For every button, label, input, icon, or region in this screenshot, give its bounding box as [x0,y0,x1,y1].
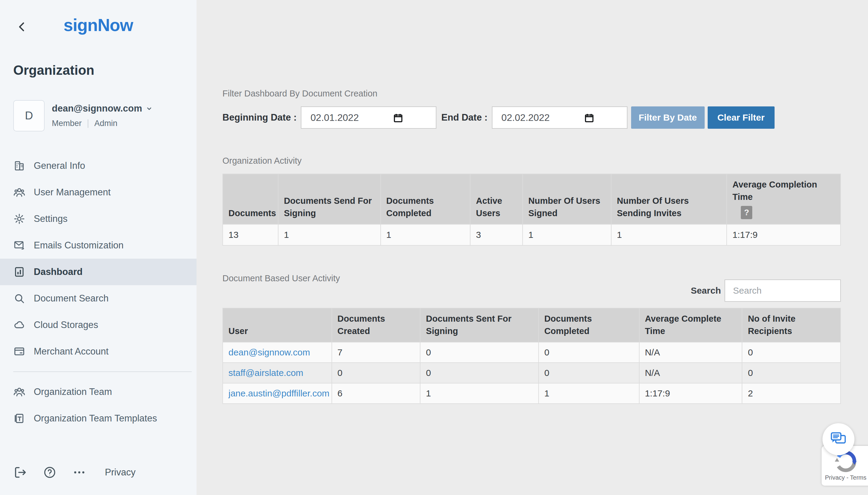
sidebar-item-cloud-storages[interactable]: Cloud Storages [0,312,196,338]
search-wrap: Search [691,279,841,302]
end-date-field[interactable] [492,106,627,129]
column-header: Number Of Users Sending Invites [611,174,727,224]
sidebar-item-merchant-account[interactable]: Merchant Account [0,338,196,365]
end-date-label: End Date : [441,112,487,123]
column-header-label: Average Completion Time [732,178,835,203]
sidebar-item-label: Emails Customization [34,240,124,251]
cell-invite-recipients: 0 [742,342,840,363]
main-content: Filter Dashboard By Document Creation Be… [196,0,868,495]
users-icon [13,386,25,398]
cell-user: jane.austin@pdffiller.com [223,383,332,404]
user-meta: dean@signnow.com Member Admin [52,100,153,132]
role-member: Member [52,119,82,128]
calendar-icon[interactable] [584,112,595,124]
user-activity-heading: Document Based User Activity [222,273,340,284]
sidebar-footer: Privacy [13,465,136,479]
table-header-row: User Documents Created Documents Sent Fo… [223,308,840,342]
sidebar-item-organization-team-templates[interactable]: Organization Team Templates [0,405,196,432]
column-header: Documents Completed [539,308,639,342]
sidebar-item-label: Settings [34,214,68,224]
sidebar-nav: General Info User Management Settings Em… [0,153,196,432]
envelope-brush-icon [13,239,25,252]
sidebar-item-user-management[interactable]: User Management [0,179,196,206]
cell-docs-sent: 0 [420,342,539,363]
sidebar-item-emails-customization[interactable]: Emails Customization [0,232,196,259]
template-icon [13,412,25,425]
cell-docs-created: 7 [332,342,420,363]
column-header: Documents Sent For Signing [420,308,539,342]
cell-invite-recipients: 0 [742,363,840,383]
page-title: Organization [13,63,196,78]
chevron-left-icon [15,20,29,34]
sidebar-item-label: General Info [34,160,85,171]
chat-icon [830,431,847,447]
sidebar-item-general-info[interactable]: General Info [0,153,196,179]
role-divider [88,119,88,128]
end-date-input[interactable] [492,112,574,123]
clear-filter-button[interactable]: Clear Filter [708,106,775,129]
user-email-link[interactable]: jane.austin@pdffiller.com [228,388,329,398]
cell-docs-created: 6 [332,383,420,404]
column-header: No of Invite Recipients [742,308,840,342]
cell-avg-complete-time: N/A [639,342,742,363]
role-admin: Admin [94,119,118,128]
avatar: D [13,100,45,132]
sidebar-item-label: Organization Team Templates [34,413,157,424]
search-label: Search [691,286,721,296]
beginning-date-field[interactable] [301,106,436,129]
cell-users-signed: 1 [523,224,611,245]
beginning-date-label: Beginning Date : [222,112,297,123]
calendar-icon[interactable] [393,112,404,124]
more-options-icon[interactable] [72,465,86,479]
back-button[interactable] [15,20,29,34]
cell-docs-completed: 1 [539,383,639,404]
privacy-link[interactable]: Privacy [105,467,136,478]
sidebar-divider [13,371,192,372]
cell-avg-complete-time: N/A [639,363,742,383]
sidebar-item-label: Cloud Storages [34,320,98,330]
column-header-with-help: Average Completion Time ? [727,174,840,224]
sidebar-item-label: User Management [34,187,110,198]
cell-docs-sent: 0 [420,363,539,383]
users-icon [13,186,25,198]
recaptcha-privacy-terms[interactable]: Privacy - Terms [821,474,868,481]
table-row: dean@signnow.com 7 0 0 N/A 0 [223,342,840,363]
user-email-link[interactable]: staff@airslate.com [228,368,303,378]
column-header: Documents Completed [381,174,470,224]
sidebar-item-document-search[interactable]: Document Search [0,285,196,312]
column-header: Average Complete Time [639,308,742,342]
beginning-date-input[interactable] [301,112,383,123]
cell-docs-completed: 1 [381,224,470,245]
user-email-link[interactable]: dean@signnow.com [228,347,310,357]
filter-by-date-button[interactable]: Filter By Date [631,106,705,129]
credit-card-icon [13,345,25,358]
user-card: D dean@signnow.com Member Admin [13,100,183,132]
help-icon[interactable] [43,465,57,479]
chat-fab-button[interactable] [822,423,854,455]
column-header: Number Of Users Signed [523,174,611,224]
cell-avg-complete-time: 1:17:9 [639,383,742,404]
chevron-down-icon [145,105,153,113]
logout-icon[interactable] [13,465,27,479]
sidebar-item-dashboard[interactable]: Dashboard [0,259,196,285]
sidebar-item-organization-team[interactable]: Organization Team [0,379,196,405]
table-row: 13 1 1 3 1 1 1:17:9 [223,224,840,245]
search-input[interactable] [725,279,841,302]
cell-docs-completed: 0 [539,342,639,363]
user-email: dean@signnow.com [52,103,142,114]
bar-chart-icon [13,266,25,278]
sidebar-item-settings[interactable]: Settings [0,206,196,232]
sidebar-item-label: Merchant Account [34,346,108,357]
help-badge[interactable]: ? [741,206,752,219]
cloud-icon [13,319,25,331]
cell-user: staff@airslate.com [223,363,332,383]
user-activity-header-row: Document Based User Activity Search [222,273,841,302]
column-header: User [223,308,332,342]
user-activity-table: User Documents Created Documents Sent Fo… [222,308,841,404]
sidebar-item-label: Organization Team [34,387,112,397]
signnow-logo[interactable]: signNow [0,0,196,35]
user-email-dropdown[interactable]: dean@signnow.com [52,103,153,114]
column-header: Documents [223,174,278,224]
cell-users-sending-invites: 1 [611,224,727,245]
sidebar-item-label: Document Search [34,293,108,304]
